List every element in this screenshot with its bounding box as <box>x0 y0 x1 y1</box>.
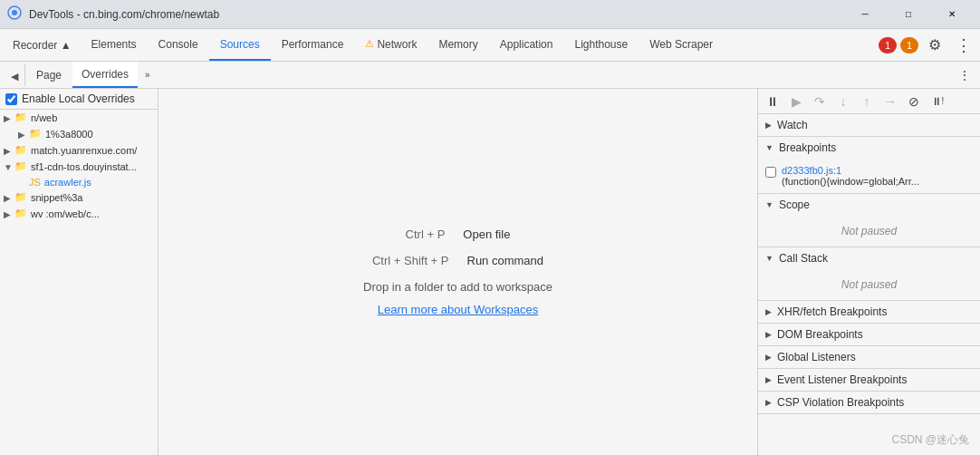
more-tabs-button[interactable]: » <box>139 70 156 80</box>
eventlistener-section-label: Event Listener Breakpoints <box>777 373 907 386</box>
more-button[interactable]: ⋮ <box>951 33 976 58</box>
eventlistener-section-header[interactable]: ▶ Event Listener Breakpoints <box>758 369 980 391</box>
folder-icon-3: 📁 <box>14 160 27 173</box>
tab-memory[interactable]: Memory <box>428 29 488 61</box>
tree-item-5[interactable]: ▶ 📁 snippet%3a <box>0 189 158 206</box>
tree-item-3[interactable]: ▼ 📁 sf1-cdn-tos.douyinstat... <box>0 159 158 175</box>
breakpoint-checkbox-0[interactable] <box>765 167 776 178</box>
maximize-button[interactable]: □ <box>888 0 929 29</box>
breakpoint-item-0: d2333fb0.js:1 (function(){window=global;… <box>765 162 973 189</box>
error-badge: 1 <box>879 37 897 53</box>
cspviolation-section: ▶ CSP Violation Breakpoints <box>758 392 980 414</box>
xhrfetch-section-label: XHR/fetch Breakpoints <box>777 305 887 318</box>
globallisteners-arrow-icon: ▶ <box>765 353 772 362</box>
tab-console[interactable]: Console <box>148 29 209 61</box>
cspviolation-section-label: CSP Violation Breakpoints <box>777 396 904 409</box>
xhrfetch-section-header[interactable]: ▶ XHR/fetch Breakpoints <box>758 301 980 323</box>
tree-item-4[interactable]: JS acrawler.js <box>0 175 158 189</box>
step-over-button[interactable]: ↷ <box>809 91 831 112</box>
resume-button[interactable]: ▶ <box>785 91 807 112</box>
enable-overrides-checkbox[interactable] <box>5 93 17 105</box>
cspviolation-arrow-icon: ▶ <box>765 398 772 407</box>
tab-sources[interactable]: Sources <box>209 29 271 61</box>
scope-content: Not paused <box>758 216 980 247</box>
dombreakpoints-section-label: DOM Breakpoints <box>777 328 863 341</box>
breakpoint-file-0[interactable]: d2333fb0.js:1 <box>782 165 919 176</box>
globallisteners-section-label: Global Listeners <box>777 351 856 363</box>
debugger-toolbar: ⏸ ▶ ↷ ↓ ↑ → ⊘ ⏸! <box>758 89 980 114</box>
sec-tab-page[interactable]: Page <box>27 62 71 88</box>
folder-icon-0: 📁 <box>14 111 27 124</box>
tab-performance[interactable]: Performance <box>271 29 355 61</box>
folder-icon-2: 📁 <box>14 144 27 157</box>
left-panel: Enable Local Overrides ▶ 📁 n/web ▶ 📁 1%3… <box>0 89 159 455</box>
watch-section-header[interactable]: ▶ Watch <box>758 114 980 136</box>
tree-arrow-1: ▶ <box>18 130 29 140</box>
tree-arrow-0: ▶ <box>4 113 14 123</box>
tree-item-6[interactable]: ▶ 📁 wv :om/web/c... <box>0 206 158 222</box>
tab-webscraper[interactable]: Web Scraper <box>639 29 724 61</box>
step-button[interactable]: → <box>879 91 901 112</box>
tab-lighthouse[interactable]: Lighthouse <box>563 29 639 61</box>
collapse-sidebar-button[interactable]: ◀ <box>5 68 24 86</box>
dombreakpoints-section-header[interactable]: ▶ DOM Breakpoints <box>758 324 980 345</box>
pause-button[interactable]: ⏸ <box>762 91 783 112</box>
step-into-button[interactable]: ↓ <box>832 91 854 112</box>
globallisteners-section: ▶ Global Listeners <box>758 346 980 369</box>
window-title: DevTools - cn.bing.com/chrome/newtab <box>29 8 837 21</box>
recorder-button[interactable]: Recorder ▲ <box>4 29 81 61</box>
tree-item-1[interactable]: ▶ 📁 1%3a8000 <box>0 126 158 142</box>
tree-arrow-5: ▶ <box>4 193 14 203</box>
recorder-label: Recorder ▲ <box>13 39 72 52</box>
cspviolation-section-header[interactable]: ▶ CSP Violation Breakpoints <box>758 392 980 413</box>
dombreakpoints-section: ▶ DOM Breakpoints <box>758 324 980 346</box>
tab-elements[interactable]: Elements <box>81 29 148 61</box>
eventlistener-arrow-icon: ▶ <box>765 375 772 384</box>
shortcut-row-2: Ctrl + Shift + P Run command <box>372 254 543 267</box>
tree-item-2[interactable]: ▶ 📁 match.yuanrenxue.com/ <box>0 142 158 159</box>
breakpoints-section-label: Breakpoints <box>779 141 836 154</box>
svg-point-1 <box>12 10 17 15</box>
secondary-tab-bar: ◀ Page Overrides » ⋮ <box>0 62 980 89</box>
minimize-button[interactable]: ─ <box>844 0 886 29</box>
close-button[interactable]: ✕ <box>931 0 973 29</box>
tab-network[interactable]: ⚠ Network <box>354 29 428 61</box>
step-out-button[interactable]: ↑ <box>856 91 878 112</box>
deactivate-button[interactable]: ⊘ <box>903 91 925 112</box>
title-bar: DevTools - cn.bing.com/chrome/newtab ─ □… <box>0 0 980 29</box>
center-panel: Ctrl + P Open file Ctrl + Shift + P Run … <box>159 89 757 455</box>
scope-arrow-icon: ▼ <box>765 200 773 209</box>
js-file-icon-4: JS <box>29 177 41 188</box>
breakpoints-section-header[interactable]: ▼ Breakpoints <box>758 137 980 159</box>
folder-icon-6: 📁 <box>14 208 27 220</box>
folder-icon-1: 📁 <box>29 128 42 140</box>
network-warning-icon: ⚠ <box>365 38 374 50</box>
callstack-section-label: Call Stack <box>779 252 828 265</box>
shortcut1-key: Ctrl + P <box>406 228 446 241</box>
xhrfetch-arrow-icon: ▶ <box>765 307 772 316</box>
tree-arrow-2: ▶ <box>4 146 14 156</box>
callstack-not-paused: Not paused <box>765 273 973 296</box>
globallisteners-section-header[interactable]: ▶ Global Listeners <box>758 346 980 368</box>
shortcut-row-1: Ctrl + P Open file <box>406 228 511 241</box>
tab-menu-button[interactable]: ⋮ <box>953 68 976 82</box>
settings-button[interactable]: ⚙ <box>922 33 947 58</box>
shortcut2-action: Run command <box>467 254 544 267</box>
tabs-right-area: 1 1 ⚙ ⋮ <box>879 29 976 61</box>
watch-arrow-icon: ▶ <box>765 121 772 130</box>
tab-application[interactable]: Application <box>489 29 564 61</box>
xhrfetch-section: ▶ XHR/fetch Breakpoints <box>758 301 980 324</box>
breakpoints-content: d2333fb0.js:1 (function(){window=global;… <box>758 159 980 193</box>
right-panel: ⏸ ▶ ↷ ↓ ↑ → ⊘ ⏸! ▶ Watch ▼ Breakpoints <box>757 89 980 455</box>
tree-item-0[interactable]: ▶ 📁 n/web <box>0 110 158 126</box>
enable-overrides-label[interactable]: Enable Local Overrides <box>5 92 135 105</box>
sec-tab-overrides[interactable]: Overrides <box>72 62 138 88</box>
callstack-content: Not paused <box>758 269 980 300</box>
breakpoints-section: ▼ Breakpoints d2333fb0.js:1 (function(){… <box>758 137 980 194</box>
scope-section-header[interactable]: ▼ Scope <box>758 194 980 216</box>
learn-more-link[interactable]: Learn more about Workspaces <box>378 303 539 316</box>
callstack-section-header[interactable]: ▼ Call Stack <box>758 247 980 269</box>
pause-exceptions-button[interactable]: ⏸! <box>927 91 948 112</box>
dombreakpoints-arrow-icon: ▶ <box>765 330 772 339</box>
workspace-drop-text: Drop in a folder to add to workspace <box>363 280 552 294</box>
